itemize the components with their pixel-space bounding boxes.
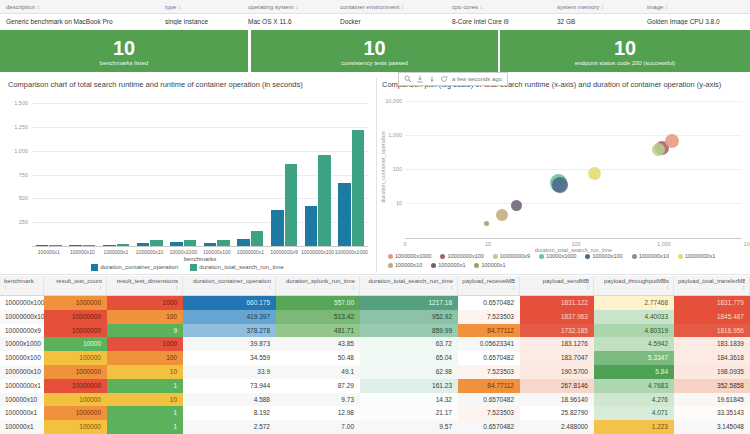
table-cell-payload_sendMB[interactable]: 1831.122 xyxy=(520,296,594,310)
table-cell-payload_total_transferMB[interactable]: 3.145048 xyxy=(674,420,750,434)
bar-duration_container_operation[interactable] xyxy=(338,183,351,246)
table-cell-payload_total_transferMB[interactable]: 184.3618 xyxy=(674,351,750,365)
table-cell-payload_throughputMBs[interactable]: 4.7683 xyxy=(594,379,674,393)
bar-duration_total_search_run_time[interactable] xyxy=(49,245,62,246)
table-cell-result_test_dimensions[interactable]: 100 xyxy=(107,351,183,365)
table-cell-duration_splunk_run_time[interactable]: 481.71 xyxy=(276,324,360,338)
table-cell-benchmark[interactable]: 100000x10 xyxy=(0,393,44,407)
bar-duration_container_operation[interactable] xyxy=(103,245,116,246)
table-cell-payload_sendMB[interactable]: 18.96140 xyxy=(520,393,594,407)
table-cell-benchmark[interactable]: 10000000x100 xyxy=(0,310,44,324)
table-cell-result_test_dimensions[interactable]: 1000 xyxy=(107,337,183,351)
table-cell-payload_sendMB[interactable]: 267.8146 xyxy=(520,379,594,393)
table-cell-result_test_dimensions[interactable]: 1 xyxy=(107,406,183,420)
meta-header-description[interactable]: description ↕ xyxy=(6,4,159,10)
table-cell-duration_container_operation[interactable]: 39.873 xyxy=(183,337,276,351)
table-cell-payload_sendMB[interactable]: 1732.185 xyxy=(520,324,594,338)
table-cell-result_test_dimensions[interactable]: 100 xyxy=(107,310,183,324)
bar-duration_total_search_run_time[interactable] xyxy=(217,240,230,246)
table-cell-payload_receiveMB[interactable]: 7.523503 xyxy=(458,310,520,324)
column-header-benchmark[interactable]: benchmark↕ xyxy=(0,276,44,295)
table-cell-result_test_dimensions[interactable]: 10 xyxy=(107,365,183,379)
bar-duration_total_search_run_time[interactable] xyxy=(184,240,197,246)
table-cell-result_test_dimensions[interactable]: 1000 xyxy=(107,296,183,310)
download-icon[interactable] xyxy=(416,75,424,83)
legend-item-1000000x1[interactable]: 1000000x1 xyxy=(431,262,465,268)
table-cell-duration_splunk_run_time[interactable]: 9.73 xyxy=(276,393,360,407)
table-cell-payload_receiveMB[interactable]: 0.6570482 xyxy=(458,420,520,434)
table-cell-duration_total_search_run_time[interactable]: 62.98 xyxy=(360,365,458,379)
refresh-icon[interactable] xyxy=(440,75,448,83)
bar-duration_container_operation[interactable] xyxy=(305,206,318,246)
table-cell-payload_sendMB[interactable]: 183.7047 xyxy=(520,351,594,365)
table-cell-duration_total_search_run_time[interactable]: 859.99 xyxy=(360,324,458,338)
export-icon[interactable] xyxy=(428,75,436,83)
table-cell-benchmark[interactable]: 1000000x10 xyxy=(0,365,44,379)
column-header-payload_receiveMB[interactable]: payload_receiveMB↕ xyxy=(458,276,520,295)
meta-header-cpu-cores[interactable]: cpu cores ↕ xyxy=(452,4,551,10)
bar-duration_total_search_run_time[interactable] xyxy=(83,245,96,246)
table-cell-duration_container_operation[interactable]: 419.397 xyxy=(183,310,276,324)
table-cell-payload_receiveMB[interactable]: 0.6570482 xyxy=(458,351,520,365)
bar-duration_container_operation[interactable] xyxy=(170,242,183,246)
table-cell-payload_receiveMB[interactable]: 0.05623341 xyxy=(458,337,520,351)
table-cell-result_test_dimensions[interactable]: 10 xyxy=(107,393,183,407)
table-cell-duration_total_search_run_time[interactable]: 14.32 xyxy=(360,393,458,407)
legend-item-100000x1[interactable]: 100000x1 xyxy=(474,262,505,268)
table-cell-result_test_count[interactable]: 10000 xyxy=(44,337,107,351)
scatter-point-100000x1[interactable] xyxy=(484,221,489,226)
table-cell-duration_splunk_run_time[interactable]: 87.29 xyxy=(276,379,360,393)
scatter-point-100000x10[interactable] xyxy=(496,209,508,221)
scatter-point-10000000x9[interactable] xyxy=(652,143,665,156)
column-header-payload_total_transferMB[interactable]: payload_total_transferMB↕ xyxy=(674,276,750,295)
table-cell-benchmark[interactable]: 100000x100 xyxy=(0,351,44,365)
table-cell-payload_receiveMB[interactable]: 84.77112 xyxy=(458,324,520,338)
table-cell-benchmark[interactable]: 100000x1 xyxy=(0,420,44,434)
table-cell-payload_receiveMB[interactable]: 7.523503 xyxy=(458,365,520,379)
table-cell-result_test_count[interactable]: 10000000 xyxy=(44,310,107,324)
bar-duration_container_operation[interactable] xyxy=(69,245,82,246)
table-cell-benchmark[interactable]: 1000000x1000 xyxy=(0,296,44,310)
table-cell-duration_container_operation[interactable]: 378.278 xyxy=(183,324,276,338)
table-cell-payload_receiveMB[interactable]: 7.523503 xyxy=(458,406,520,420)
table-cell-payload_sendMB[interactable]: 183.1276 xyxy=(520,337,594,351)
table-cell-duration_splunk_run_time[interactable]: 557.00 xyxy=(276,296,360,310)
column-header-duration_total_search_run_time[interactable]: duration_total_search_run_time↕ xyxy=(360,276,458,295)
table-cell-result_test_count[interactable]: 1000000 xyxy=(44,296,107,310)
legend-item-1000000x1000[interactable]: 1000000x1000 xyxy=(388,253,431,259)
scatter-point-1000000x1[interactable] xyxy=(511,200,522,211)
column-header-result_test_dimensions[interactable]: result_test_dimensions↕ xyxy=(107,276,183,295)
table-cell-duration_splunk_run_time[interactable]: 513.42 xyxy=(276,310,360,324)
table-cell-duration_splunk_run_time[interactable]: 49.1 xyxy=(276,365,360,379)
column-header-payload_throughputMBs[interactable]: payload_throughputMBs↕ xyxy=(594,276,674,295)
table-cell-duration_splunk_run_time[interactable]: 50.48 xyxy=(276,351,360,365)
table-cell-payload_total_transferMB[interactable]: 1831.779 xyxy=(674,296,750,310)
meta-header-system-memory[interactable]: system memory ↕ xyxy=(557,4,641,10)
table-cell-duration_total_search_run_time[interactable]: 161.23 xyxy=(360,379,458,393)
table-cell-payload_sendMB[interactable]: 25.82790 xyxy=(520,406,594,420)
bar-duration_total_search_run_time[interactable] xyxy=(117,244,130,246)
table-cell-payload_total_transferMB[interactable]: 19.61845 xyxy=(674,393,750,407)
meta-header-type[interactable]: type ↕ xyxy=(165,4,242,10)
table-cell-duration_total_search_run_time[interactable]: 9.57 xyxy=(360,420,458,434)
legend-item-10000000x100[interactable]: 10000000x100 xyxy=(440,253,483,259)
legend-item-10000000x9[interactable]: 10000000x9 xyxy=(493,253,530,259)
table-cell-duration_splunk_run_time[interactable]: 43.85 xyxy=(276,337,360,351)
legend-item-100000x10[interactable]: 100000x10 xyxy=(388,262,422,268)
table-cell-payload_total_transferMB[interactable]: 1816.956 xyxy=(674,324,750,338)
column-header-duration_container_operation[interactable]: duration_container_operation↕ xyxy=(183,276,276,295)
table-cell-benchmark[interactable]: 10000x1000 xyxy=(0,337,44,351)
table-cell-payload_sendMB[interactable]: 2.488000 xyxy=(520,420,594,434)
table-cell-result_test_count[interactable]: 1000000 xyxy=(44,365,107,379)
legend-item-duration_total_search_run_time[interactable]: duration_total_search_run_time xyxy=(190,264,283,271)
table-cell-result_test_dimensions[interactable]: 9 xyxy=(107,324,183,338)
table-cell-payload_receiveMB[interactable]: 0.6570482 xyxy=(458,393,520,407)
magnifier-icon[interactable] xyxy=(404,75,412,83)
table-cell-payload_total_transferMB[interactable]: 183.1839 xyxy=(674,337,750,351)
table-cell-payload_total_transferMB[interactable]: 33.35143 xyxy=(674,406,750,420)
table-cell-duration_container_operation[interactable]: 4.588 xyxy=(183,393,276,407)
bar-duration_container_operation[interactable] xyxy=(271,210,284,246)
table-cell-payload_throughputMBs[interactable]: 1.223 xyxy=(594,420,674,434)
table-cell-duration_container_operation[interactable]: 8.192 xyxy=(183,406,276,420)
table-cell-duration_splunk_run_time[interactable]: 7.00 xyxy=(276,420,360,434)
